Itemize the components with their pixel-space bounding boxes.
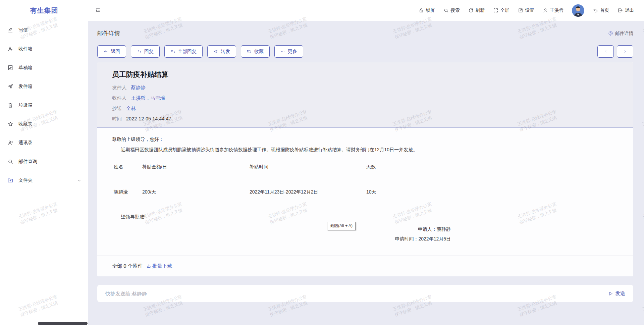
topbar-item-home[interactable]: 首页 — [593, 7, 609, 13]
chevron-left-icon — [603, 49, 608, 54]
topbar-item-search[interactable]: 搜索 — [443, 7, 460, 13]
sidebar-item-inbox[interactable]: 收件箱 — [0, 40, 88, 58]
sidebar-item-sent[interactable]: 发件箱 — [0, 77, 88, 96]
more-icon — [280, 49, 285, 54]
cc-link[interactable]: 全林 — [126, 103, 136, 114]
next-mail-button[interactable] — [617, 45, 633, 58]
breadcrumb-label: 邮件详情 — [615, 31, 633, 37]
sidebar-item-label: 收藏夹 — [18, 121, 33, 127]
mail-toolbar: 返回回复全部回复转发收藏更多 — [97, 45, 633, 58]
screenshot-tooltip: 截图(Alt + A) — [327, 222, 356, 230]
reply-all-icon — [170, 49, 175, 54]
apply-time-line: 申请时间：2022年12月5日 — [112, 234, 451, 244]
brand-logo[interactable]: 有生集团 — [0, 6, 88, 15]
main-content: 邮件详情 邮件详情 返回回复全部回复转发收藏更多 员工防疫补贴结算 发件人 蔡静… — [88, 21, 644, 325]
topbar-item-label: 设置 — [525, 7, 534, 13]
reply-all-button-label: 全部回复 — [178, 49, 197, 55]
topbar-item-label: 搜索 — [451, 7, 460, 13]
more-button-label: 更多 — [288, 49, 297, 55]
sidebar-item-trash[interactable]: 垃圾箱 — [0, 96, 88, 115]
user-avatar[interactable] — [572, 4, 584, 17]
sidebar-collapse-icon[interactable] — [95, 8, 101, 13]
mail-to-row: 收件人 王洪哲，马雪瑶 — [112, 93, 619, 103]
chevron-down-icon — [77, 178, 82, 183]
recipients-link[interactable]: 王洪哲，马雪瑶 — [131, 93, 165, 103]
sidebar-item-favorites[interactable]: 收藏夹 — [0, 115, 88, 133]
sidebar-item-mail-search[interactable]: 邮件查询 — [0, 152, 88, 171]
applicant-name: 蔡静静 — [437, 226, 451, 232]
topbar-actions: 锁屏搜索刷新全屏设置王洪哲首页退出 — [419, 4, 644, 17]
back-button[interactable]: 返回 — [97, 45, 126, 58]
batch-download-link[interactable]: 批量下载 — [146, 263, 172, 269]
topbar-item-settings[interactable]: 设置 — [518, 7, 534, 13]
topbar-item-label: 全屏 — [500, 7, 509, 13]
prev-mail-button[interactable] — [597, 45, 614, 58]
mail-signature: 申请人：蔡静静 申请时间：2022年12月5日 — [112, 224, 619, 244]
subsidy-table: 姓名补贴金额/日补贴时间天数胡鹏濠200/天2022年11月23日-2022年1… — [112, 164, 405, 195]
search-icon — [7, 159, 13, 165]
table-cell: 200/天 — [141, 170, 248, 195]
table-header-cell: 补贴金额/日 — [141, 164, 248, 170]
horizontal-scrollbar-thumb[interactable] — [38, 322, 88, 325]
lock-icon — [419, 8, 424, 13]
reply-button[interactable]: 回复 — [131, 45, 160, 58]
topbar-item-refresh[interactable]: 刷新 — [468, 7, 485, 13]
mail-time: 2022-12-05 14:44:47 — [126, 114, 171, 124]
sidebar-item-label: 通讯录 — [18, 140, 33, 146]
topbar-item-label: 刷新 — [476, 7, 485, 13]
inbox-icon — [7, 46, 13, 52]
sidebar-item-label: 邮件查询 — [18, 159, 37, 165]
attachments-summary: 全部 0 个附件 — [112, 263, 143, 269]
compose-icon — [7, 27, 13, 33]
topbar-item-label: 首页 — [600, 7, 609, 13]
user-icon — [543, 8, 548, 13]
table-header-cell: 姓名 — [112, 164, 141, 170]
table-cell: 2022年11月23日-2022年12月2日 — [248, 170, 365, 195]
sidebar-nav: 写信收件箱草稿箱发件箱垃圾箱收藏夹通讯录邮件查询文件夹 — [0, 21, 88, 190]
page-header: 邮件详情 邮件详情 — [97, 30, 633, 37]
sidebar-item-label: 垃圾箱 — [18, 102, 33, 108]
mail-closing: 望领导批准! — [121, 214, 619, 220]
sidebar: 写信收件箱草稿箱发件箱垃圾箱收藏夹通讯录邮件查询文件夹 — [0, 21, 88, 325]
page-title: 邮件详情 — [97, 30, 120, 37]
drafts-icon — [7, 65, 13, 71]
table-header-cell: 补贴时间 — [248, 164, 365, 170]
trash-icon — [7, 102, 13, 108]
refresh-icon — [468, 8, 474, 13]
to-label: 收件人 — [112, 93, 127, 103]
sidebar-item-compose[interactable]: 写信 — [0, 21, 88, 40]
forward-icon — [213, 49, 218, 54]
mail-from-row: 发件人 蔡静静 — [112, 83, 619, 93]
send-button[interactable]: 发送 — [608, 290, 625, 297]
forward-button[interactable]: 转发 — [207, 45, 236, 58]
back-button-label: 返回 — [111, 49, 120, 55]
topbar-item-current-user[interactable]: 王洪哲 — [543, 7, 564, 13]
app-window: 有生集团 锁屏搜索刷新全屏设置王洪哲首页退出 写信收件箱草稿箱发件箱垃圾箱收藏夹… — [0, 0, 644, 325]
toolbar-button-group: 返回回复全部回复转发收藏更多 — [97, 45, 303, 58]
sidebar-item-drafts[interactable]: 草稿箱 — [0, 58, 88, 77]
contacts-icon — [7, 140, 13, 146]
table-cell: 胡鹏濠 — [112, 170, 141, 195]
home-icon — [593, 8, 598, 13]
table-row: 胡鹏濠200/天2022年11月23日-2022年12月2日10天 — [112, 170, 405, 195]
sidebar-item-label: 收件箱 — [18, 46, 33, 52]
topbar-item-logout[interactable]: 退出 — [618, 7, 634, 13]
back-icon — [103, 49, 108, 54]
topbar-item-fullscreen[interactable]: 全屏 — [493, 7, 509, 13]
more-button[interactable]: 更多 — [274, 45, 303, 58]
mail-paragraph: 近期福田区数据团队成员胡鹏濠被抽调沙头街道参加疫情数据处理工作。现根据防疫补贴标… — [112, 147, 619, 153]
favorite-button[interactable]: 收藏 — [241, 45, 270, 58]
table-header-row: 姓名补贴金额/日补贴时间天数 — [112, 164, 405, 170]
sidebar-item-folders[interactable]: 文件夹 — [0, 171, 88, 190]
sent-icon — [7, 84, 13, 90]
quick-send-input[interactable] — [105, 291, 608, 296]
reply-all-button[interactable]: 全部回复 — [164, 45, 203, 58]
sender-link[interactable]: 蔡静静 — [131, 83, 146, 93]
send-icon — [608, 291, 613, 296]
topbar-item-lock-screen[interactable]: 锁屏 — [419, 7, 435, 13]
sidebar-item-label: 写信 — [18, 27, 28, 33]
mail-subject: 员工防疫补贴结算 — [112, 70, 619, 79]
mail-greeting: 尊敬的上级领导，您好： — [112, 137, 619, 143]
mail-star-icon — [247, 49, 252, 54]
sidebar-item-contacts[interactable]: 通讯录 — [0, 133, 88, 152]
